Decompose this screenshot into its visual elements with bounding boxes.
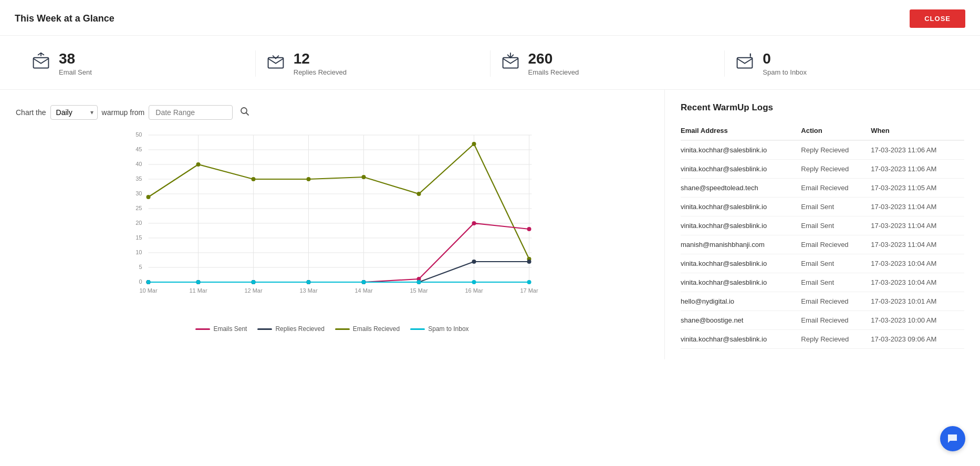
log-when: 17-03-2023 10:00 AM xyxy=(871,311,964,330)
svg-text:30: 30 xyxy=(135,190,142,196)
chart-controls: Chart the Daily Weekly Monthly warmup fr… xyxy=(16,105,649,120)
email-sent-number: 38 xyxy=(59,51,92,67)
table-row: hello@nydigital.io Email Recieved 17-03-… xyxy=(681,292,964,311)
log-action: Email Recieved xyxy=(801,179,871,198)
email-sent-icon xyxy=(32,52,50,75)
svg-point-49 xyxy=(252,177,256,181)
chart-legend: Emails Sent Replies Recieved Emails Reci… xyxy=(16,325,649,333)
svg-point-77 xyxy=(472,280,476,284)
table-row: vinita.kochhar@salesblink.io Reply Recie… xyxy=(681,330,964,349)
svg-text:16 Mar: 16 Mar xyxy=(465,287,483,294)
log-when: 17-03-2023 10:01 AM xyxy=(871,292,964,311)
logs-col-when: When xyxy=(871,122,964,140)
log-email: manish@manishbhanji.com xyxy=(681,235,801,254)
svg-line-9 xyxy=(246,113,249,116)
log-action: Email Sent xyxy=(801,198,871,216)
log-action: Email Sent xyxy=(801,216,871,235)
legend-replies-received-label: Replies Recieved xyxy=(275,325,324,333)
log-action: Email Sent xyxy=(801,273,871,292)
svg-text:5: 5 xyxy=(139,264,142,270)
svg-text:15: 15 xyxy=(135,234,142,241)
log-when: 17-03-2023 11:04 AM xyxy=(871,198,964,216)
replies-received-icon xyxy=(266,52,285,75)
log-email: vinita.kochhar@salesblink.io xyxy=(681,160,801,179)
legend-emails-received-label: Emails Recieved xyxy=(353,325,400,333)
table-row: shane@speedtolead.tech Email Recieved 17… xyxy=(681,179,964,198)
search-icon xyxy=(240,107,249,116)
spam-to-inbox-icon xyxy=(735,52,754,75)
svg-point-74 xyxy=(307,280,311,284)
svg-point-76 xyxy=(417,280,421,284)
search-button[interactable] xyxy=(237,105,253,120)
svg-point-51 xyxy=(362,175,366,179)
log-when: 17-03-2023 11:04 AM xyxy=(871,216,964,235)
svg-point-48 xyxy=(196,162,201,167)
log-email: vinita.kochhar@salesblink.io xyxy=(681,273,801,292)
logs-table: Email Address Action When vinita.kochhar… xyxy=(681,122,964,349)
svg-point-72 xyxy=(196,280,201,284)
svg-text:12 Mar: 12 Mar xyxy=(244,287,263,294)
svg-point-52 xyxy=(417,192,421,196)
daily-select[interactable]: Daily Weekly Monthly xyxy=(50,105,98,120)
svg-point-78 xyxy=(527,280,531,284)
date-range-input[interactable] xyxy=(149,105,233,120)
log-when: 17-03-2023 11:06 AM xyxy=(871,160,964,179)
daily-select-wrapper[interactable]: Daily Weekly Monthly xyxy=(50,105,98,120)
chart-the-label: Chart the xyxy=(16,108,46,117)
svg-point-71 xyxy=(147,280,151,284)
log-email: shane@boostige.net xyxy=(681,311,801,330)
log-email: vinita.kochhar@salesblink.io xyxy=(681,216,801,235)
svg-point-62 xyxy=(527,227,531,231)
svg-point-73 xyxy=(252,280,256,284)
svg-text:25: 25 xyxy=(135,205,142,211)
stat-emails-received: 260 Emails Recieved xyxy=(501,51,714,76)
log-email: vinita.kochhar@salesblink.io xyxy=(681,330,801,349)
table-row: vinita.kochhar@salesblink.io Reply Recie… xyxy=(681,140,964,160)
stats-row: 38 Email Sent 12 Replies Recieved xyxy=(0,36,980,90)
warmup-from-label: warmup from xyxy=(102,108,145,117)
svg-text:35: 35 xyxy=(135,175,142,182)
svg-text:45: 45 xyxy=(135,146,142,152)
log-action: Reply Recieved xyxy=(801,330,871,349)
log-action: Email Sent xyxy=(801,254,871,273)
log-email: vinita.kochhar@salesblink.io xyxy=(681,254,801,273)
legend-spam-to-inbox-line xyxy=(410,328,425,330)
logs-section: Recent WarmUp Logs Email Address Action … xyxy=(665,90,980,359)
replies-received-label: Replies Recieved xyxy=(294,68,347,76)
log-when: 17-03-2023 11:05 AM xyxy=(871,179,964,198)
svg-text:13 Mar: 13 Mar xyxy=(299,287,318,294)
legend-replies-received: Replies Recieved xyxy=(257,325,324,333)
logs-table-header-row: Email Address Action When xyxy=(681,122,964,140)
close-button[interactable]: CLOSE xyxy=(910,9,965,28)
log-when: 17-03-2023 11:06 AM xyxy=(871,140,964,160)
svg-text:11 Mar: 11 Mar xyxy=(189,287,207,294)
svg-point-7 xyxy=(750,56,751,57)
page-title: This Week at a Glance xyxy=(15,13,114,24)
log-action: Email Recieved xyxy=(801,311,871,330)
log-when: 17-03-2023 10:04 AM xyxy=(871,273,964,292)
legend-spam-to-inbox: Spam to Inbox xyxy=(410,325,468,333)
table-row: vinita.kochhar@salesblink.io Email Sent … xyxy=(681,254,964,273)
log-email: vinita.kochhar@salesblink.io xyxy=(681,140,801,160)
log-when: 17-03-2023 09:06 AM xyxy=(871,330,964,349)
logs-col-action: Action xyxy=(801,122,871,140)
logs-title: Recent WarmUp Logs xyxy=(681,102,964,113)
chart-section: Chart the Daily Weekly Monthly warmup fr… xyxy=(0,90,665,359)
table-row: vinita.kochhar@salesblink.io Email Sent … xyxy=(681,273,964,292)
svg-text:10 Mar: 10 Mar xyxy=(139,287,158,294)
log-email: hello@nydigital.io xyxy=(681,292,801,311)
log-email: shane@speedtolead.tech xyxy=(681,179,801,198)
svg-point-50 xyxy=(307,177,311,181)
log-when: 17-03-2023 10:04 AM xyxy=(871,254,964,273)
svg-text:17 Mar: 17 Mar xyxy=(520,287,538,294)
main-content: Chart the Daily Weekly Monthly warmup fr… xyxy=(0,90,980,359)
table-row: vinita.kochhar@salesblink.io Email Sent … xyxy=(681,198,964,216)
legend-emails-received: Emails Recieved xyxy=(335,325,400,333)
legend-spam-to-inbox-label: Spam to Inbox xyxy=(428,325,468,333)
stat-replies-received: 12 Replies Recieved xyxy=(266,51,479,76)
replies-received-number: 12 xyxy=(294,51,347,67)
table-row: vinita.kochhar@salesblink.io Reply Recie… xyxy=(681,160,964,179)
log-email: vinita.kochhar@salesblink.io xyxy=(681,198,801,216)
header: This Week at a Glance CLOSE xyxy=(0,0,980,36)
svg-point-53 xyxy=(472,142,476,146)
